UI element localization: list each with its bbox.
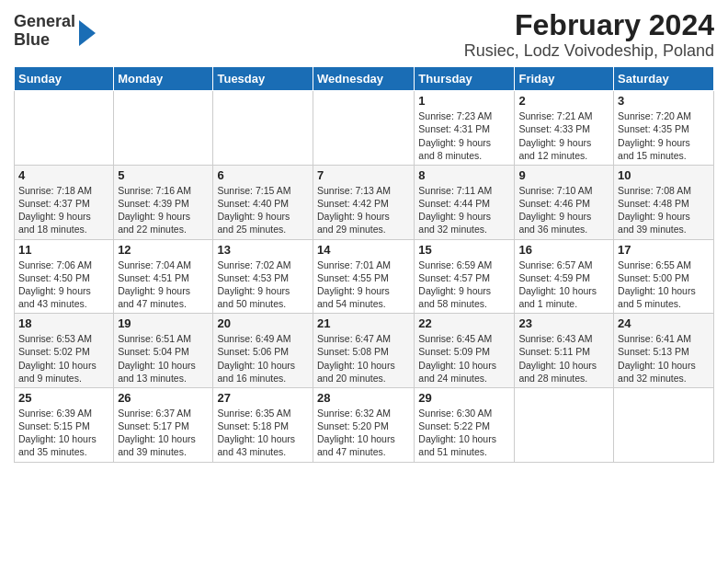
calendar-cell: 16Sunrise: 6:57 AM Sunset: 4:59 PM Dayli…	[515, 239, 614, 314]
calendar-cell: 27Sunrise: 6:35 AM Sunset: 5:18 PM Dayli…	[213, 387, 313, 462]
calendar-cell: 15Sunrise: 6:59 AM Sunset: 4:57 PM Dayli…	[415, 239, 515, 314]
day-number: 23	[518, 316, 609, 330]
day-info: Sunrise: 7:11 AM Sunset: 4:44 PM Dayligh…	[418, 184, 510, 236]
calendar-body: 1Sunrise: 7:23 AM Sunset: 4:31 PM Daylig…	[15, 91, 714, 462]
day-info: Sunrise: 6:35 AM Sunset: 5:18 PM Dayligh…	[217, 407, 309, 459]
day-number: 3	[618, 94, 710, 108]
weekday-header-sunday: Sunday	[15, 67, 114, 91]
day-number: 17	[618, 243, 710, 257]
day-number: 24	[618, 316, 710, 330]
calendar-cell: 14Sunrise: 7:01 AM Sunset: 4:55 PM Dayli…	[313, 239, 415, 314]
day-info: Sunrise: 6:39 AM Sunset: 5:15 PM Dayligh…	[18, 407, 109, 459]
day-number: 29	[418, 391, 510, 405]
weekday-header-tuesday: Tuesday	[213, 67, 313, 91]
day-info: Sunrise: 6:59 AM Sunset: 4:57 PM Dayligh…	[418, 259, 510, 311]
day-info: Sunrise: 6:57 AM Sunset: 4:59 PM Dayligh…	[518, 259, 609, 311]
calendar-cell: 28Sunrise: 6:32 AM Sunset: 5:20 PM Dayli…	[313, 387, 415, 462]
logo-text: General Blue	[14, 13, 75, 50]
weekday-header-wednesday: Wednesday	[313, 67, 415, 91]
day-info: Sunrise: 7:20 AM Sunset: 4:35 PM Dayligh…	[618, 109, 710, 162]
logo-line1: General	[14, 13, 75, 31]
day-number: 12	[118, 243, 209, 257]
calendar-cell: 22Sunrise: 6:45 AM Sunset: 5:09 PM Dayli…	[415, 314, 515, 388]
day-info: Sunrise: 7:10 AM Sunset: 4:46 PM Dayligh…	[518, 184, 609, 236]
calendar-cell: 17Sunrise: 6:55 AM Sunset: 5:00 PM Dayli…	[614, 239, 714, 314]
calendar-cell: 21Sunrise: 6:47 AM Sunset: 5:08 PM Dayli…	[313, 314, 415, 388]
day-number: 27	[217, 391, 309, 405]
weekday-header-thursday: Thursday	[415, 67, 515, 91]
weekday-header-monday: Monday	[114, 67, 213, 91]
calendar-cell	[213, 91, 313, 166]
page-title: February 2024	[464, 9, 714, 41]
calendar-cell: 29Sunrise: 6:30 AM Sunset: 5:22 PM Dayli…	[415, 387, 515, 462]
day-info: Sunrise: 6:49 AM Sunset: 5:06 PM Dayligh…	[217, 332, 309, 385]
calendar-cell: 20Sunrise: 6:49 AM Sunset: 5:06 PM Dayli…	[213, 314, 313, 388]
weekday-header-row: SundayMondayTuesdayWednesdayThursdayFrid…	[15, 67, 714, 91]
calendar-cell	[114, 91, 213, 166]
logo-line2: Blue	[14, 31, 75, 50]
day-number: 26	[118, 391, 209, 405]
day-info: Sunrise: 6:32 AM Sunset: 5:20 PM Dayligh…	[317, 407, 410, 459]
calendar-cell: 5Sunrise: 7:16 AM Sunset: 4:39 PM Daylig…	[114, 165, 213, 239]
day-number: 22	[418, 316, 510, 330]
calendar-cell: 11Sunrise: 7:06 AM Sunset: 4:50 PM Dayli…	[15, 239, 114, 314]
logo-arrow-icon	[79, 20, 96, 46]
title-area: February 2024 Rusiec, Lodz Voivodeship, …	[464, 9, 714, 61]
day-number: 28	[317, 391, 410, 405]
calendar-cell: 19Sunrise: 6:51 AM Sunset: 5:04 PM Dayli…	[114, 314, 213, 388]
calendar-cell	[313, 91, 415, 166]
day-info: Sunrise: 7:13 AM Sunset: 4:42 PM Dayligh…	[317, 184, 410, 236]
day-info: Sunrise: 7:18 AM Sunset: 4:37 PM Dayligh…	[18, 184, 109, 236]
day-number: 8	[418, 168, 510, 182]
calendar-cell	[614, 387, 714, 462]
day-number: 16	[518, 243, 609, 257]
header: General Blue February 2024 Rusiec, Lodz …	[14, 9, 714, 61]
day-info: Sunrise: 7:16 AM Sunset: 4:39 PM Dayligh…	[118, 184, 209, 236]
day-info: Sunrise: 7:15 AM Sunset: 4:40 PM Dayligh…	[217, 184, 309, 236]
calendar-week-2: 4Sunrise: 7:18 AM Sunset: 4:37 PM Daylig…	[15, 165, 714, 239]
day-info: Sunrise: 6:53 AM Sunset: 5:02 PM Dayligh…	[18, 332, 109, 385]
weekday-header-saturday: Saturday	[614, 67, 714, 91]
day-info: Sunrise: 6:43 AM Sunset: 5:11 PM Dayligh…	[518, 332, 609, 385]
day-info: Sunrise: 6:41 AM Sunset: 5:13 PM Dayligh…	[618, 332, 710, 385]
day-number: 6	[217, 168, 309, 182]
day-number: 20	[217, 316, 309, 330]
day-number: 21	[317, 316, 410, 330]
calendar-cell: 6Sunrise: 7:15 AM Sunset: 4:40 PM Daylig…	[213, 165, 313, 239]
day-number: 25	[18, 391, 109, 405]
calendar-week-4: 18Sunrise: 6:53 AM Sunset: 5:02 PM Dayli…	[15, 314, 714, 388]
calendar-cell: 1Sunrise: 7:23 AM Sunset: 4:31 PM Daylig…	[415, 91, 515, 166]
day-number: 15	[418, 243, 510, 257]
day-info: Sunrise: 6:30 AM Sunset: 5:22 PM Dayligh…	[418, 407, 510, 459]
logo: General Blue	[14, 13, 96, 50]
day-number: 4	[18, 168, 109, 182]
calendar-cell: 10Sunrise: 7:08 AM Sunset: 4:48 PM Dayli…	[614, 165, 714, 239]
day-info: Sunrise: 7:04 AM Sunset: 4:51 PM Dayligh…	[118, 259, 209, 311]
day-number: 10	[618, 168, 710, 182]
day-number: 18	[18, 316, 109, 330]
calendar-cell: 3Sunrise: 7:20 AM Sunset: 4:35 PM Daylig…	[614, 91, 714, 166]
calendar-cell: 2Sunrise: 7:21 AM Sunset: 4:33 PM Daylig…	[515, 91, 614, 166]
day-number: 11	[18, 243, 109, 257]
weekday-header-friday: Friday	[515, 67, 614, 91]
day-info: Sunrise: 7:01 AM Sunset: 4:55 PM Dayligh…	[317, 259, 410, 311]
calendar-cell: 13Sunrise: 7:02 AM Sunset: 4:53 PM Dayli…	[213, 239, 313, 314]
calendar-cell: 24Sunrise: 6:41 AM Sunset: 5:13 PM Dayli…	[614, 314, 714, 388]
day-number: 5	[118, 168, 209, 182]
day-info: Sunrise: 7:21 AM Sunset: 4:33 PM Dayligh…	[518, 109, 609, 162]
calendar-header: SundayMondayTuesdayWednesdayThursdayFrid…	[15, 67, 714, 91]
calendar-week-5: 25Sunrise: 6:39 AM Sunset: 5:15 PM Dayli…	[15, 387, 714, 462]
day-info: Sunrise: 7:08 AM Sunset: 4:48 PM Dayligh…	[618, 184, 710, 236]
day-number: 7	[317, 168, 410, 182]
calendar-cell: 23Sunrise: 6:43 AM Sunset: 5:11 PM Dayli…	[515, 314, 614, 388]
calendar-cell	[515, 387, 614, 462]
page-subtitle: Rusiec, Lodz Voivodeship, Poland	[464, 41, 714, 61]
day-number: 1	[418, 94, 510, 108]
calendar-cell: 25Sunrise: 6:39 AM Sunset: 5:15 PM Dayli…	[15, 387, 114, 462]
calendar-cell: 8Sunrise: 7:11 AM Sunset: 4:44 PM Daylig…	[415, 165, 515, 239]
day-info: Sunrise: 7:06 AM Sunset: 4:50 PM Dayligh…	[18, 259, 109, 311]
day-number: 14	[317, 243, 410, 257]
day-number: 9	[518, 168, 609, 182]
calendar-cell: 7Sunrise: 7:13 AM Sunset: 4:42 PM Daylig…	[313, 165, 415, 239]
calendar-cell: 12Sunrise: 7:04 AM Sunset: 4:51 PM Dayli…	[114, 239, 213, 314]
